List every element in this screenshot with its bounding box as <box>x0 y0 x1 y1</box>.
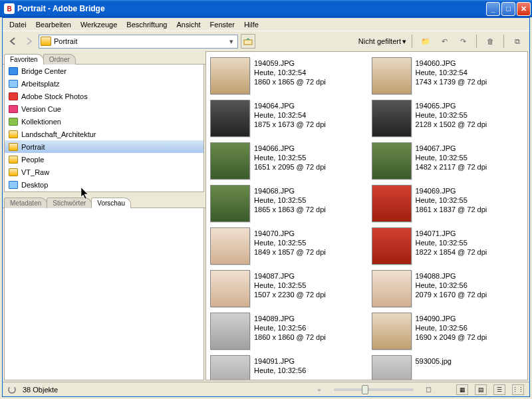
file-item[interactable]: 194088.JPGHeute, 10:32:562079 x 1670 @ 7… <box>370 269 525 309</box>
maximize-button[interactable]: □ <box>501 2 515 16</box>
sidebar-item-bridge-center[interactable]: Bridge Center <box>5 65 203 77</box>
sidebar-item-version-cue[interactable]: Version Cue <box>5 102 203 115</box>
sidebar-item-label: Kollektionen <box>21 118 61 126</box>
view-filmstrip-button[interactable]: ▤ <box>475 384 487 395</box>
path-dropdown-icon[interactable]: ▾ <box>227 37 236 46</box>
minimize-button[interactable]: _ <box>486 2 500 16</box>
menu-ansicht[interactable]: Ansicht <box>173 19 205 30</box>
file-item[interactable]: 194090.JPGHeute, 10:32:561690 x 2049 @ 7… <box>370 311 525 351</box>
view-versions-button[interactable]: ⋮⋮ <box>512 384 524 395</box>
file-item[interactable]: 194087.JPGHeute, 10:32:551507 x 2230 @ 7… <box>209 269 364 309</box>
file-name: 194090.JPG <box>416 314 487 323</box>
file-name: 194065.JPG <box>416 101 487 110</box>
file-date: Heute, 10:32:54 <box>416 68 487 77</box>
file-meta: 194071.JPGHeute, 10:32:551822 x 1854 @ 7… <box>416 227 487 257</box>
file-item[interactable]: 194067.JPGHeute, 10:32:551482 x 2117 @ 7… <box>370 141 525 181</box>
sidebar-item-landschaft-architektur[interactable]: Landschaft_Architektur <box>5 128 203 140</box>
file-name: 194067.JPG <box>416 144 487 153</box>
left-top-tabs: Favoriten Ordner <box>3 51 205 65</box>
delete-button[interactable]: 🗑 <box>483 35 497 48</box>
sidebar-item-desktop[interactable]: Desktop <box>5 178 203 191</box>
rotate-cw-button[interactable]: ↷ <box>456 35 469 48</box>
file-meta: 194064.JPGHeute, 10:32:541875 x 1673 @ 7… <box>254 100 326 129</box>
file-date: Heute, 10:32:56 <box>416 323 487 332</box>
file-item[interactable]: 194089.JPGHeute, 10:32:561860 x 1860 @ 7… <box>209 311 364 351</box>
sidebar-item-portrait[interactable]: Portrait <box>5 140 203 153</box>
filter-label: Nicht gefiltert <box>358 37 401 45</box>
thumbnail[interactable] <box>372 355 412 380</box>
filter-dropdown[interactable]: Nicht gefiltert▾ <box>358 37 406 46</box>
thumbnail[interactable] <box>372 100 412 137</box>
view-details-button[interactable]: ☰ <box>493 384 505 395</box>
thumbnail[interactable] <box>372 313 412 350</box>
file-item[interactable]: 194066.JPGHeute, 10:32:551651 x 2095 @ 7… <box>209 141 364 181</box>
menu-bearbeiten[interactable]: Bearbeiten <box>32 19 75 30</box>
menu-beschriftung[interactable]: Beschriftung <box>122 19 171 30</box>
app-icon <box>9 181 18 189</box>
file-name: 194059.JPG <box>254 59 326 68</box>
menu-werkzeuge[interactable]: Werkzeuge <box>76 19 121 30</box>
thumbnail[interactable] <box>210 57 250 94</box>
file-item[interactable]: 194068.JPGHeute, 10:32:551865 x 1863 @ 7… <box>209 184 364 223</box>
file-item[interactable]: 194065.JPGHeute, 10:32:552128 x 1502 @ 7… <box>370 98 525 138</box>
file-item[interactable]: 194069.JPGHeute, 10:32:551861 x 1837 @ 7… <box>370 184 525 223</box>
sidebar-item-adobe-stock-photos[interactable]: Adobe Stock Photos <box>5 90 203 102</box>
back-button[interactable] <box>7 35 20 48</box>
tab-ordner[interactable]: Ordner <box>43 54 76 65</box>
tab-favoriten[interactable]: Favoriten <box>4 54 44 65</box>
thumbnail[interactable] <box>372 227 412 265</box>
thumbnail[interactable] <box>210 185 250 222</box>
file-item[interactable]: 194060.JPGHeute, 10:32:541743 x 1739 @ 7… <box>370 56 525 96</box>
thumbnail[interactable] <box>210 227 250 265</box>
sidebar-item-kollektionen[interactable]: Kollektionen <box>5 115 203 128</box>
sidebar-item-vt-raw[interactable]: VT_Raw <box>5 166 203 178</box>
tab-metadaten[interactable]: Metadaten <box>4 198 47 208</box>
menu-datei[interactable]: Datei <box>5 19 31 30</box>
sidebar-item-people[interactable]: People <box>5 153 203 166</box>
file-meta: 194088.JPGHeute, 10:32:562079 x 1670 @ 7… <box>416 270 487 299</box>
file-item[interactable]: 194071.JPGHeute, 10:32:551822 x 1854 @ 7… <box>370 226 525 266</box>
thumbnail[interactable] <box>210 313 250 350</box>
menu-fenster[interactable]: Fenster <box>206 19 239 30</box>
file-meta: 194089.JPGHeute, 10:32:561860 x 1860 @ 7… <box>254 313 326 342</box>
file-item[interactable]: 194059.JPGHeute, 10:32:541860 x 1865 @ 7… <box>209 56 364 96</box>
thumb-large-icon[interactable]: ◻ <box>422 383 435 396</box>
thumbnail[interactable] <box>372 270 412 307</box>
file-date: Heute, 10:32:56 <box>254 323 326 332</box>
new-folder-button[interactable]: 📁 <box>419 35 432 48</box>
thumbnail[interactable] <box>372 142 412 180</box>
thumbnail[interactable] <box>210 355 250 380</box>
file-date: Heute, 10:32:55 <box>416 238 487 247</box>
file-item[interactable]: 194091.JPGHeute, 10:32:56 <box>209 354 364 380</box>
file-meta: 194059.JPGHeute, 10:32:541860 x 1865 @ 7… <box>254 57 326 86</box>
thumbnail[interactable] <box>210 270 250 307</box>
app-icon <box>9 92 18 100</box>
file-dimensions: 1860 x 1865 @ 72 dpi <box>254 77 326 86</box>
file-item[interactable]: 593005.jpg <box>370 354 525 380</box>
file-item[interactable]: 194064.JPGHeute, 10:32:541875 x 1673 @ 7… <box>209 98 364 138</box>
rotate-ccw-button[interactable]: ↶ <box>438 35 451 48</box>
sidebar-item-label: People <box>21 156 44 164</box>
thumbnail-size-slider[interactable] <box>334 388 414 391</box>
close-button[interactable]: ✕ <box>517 2 531 16</box>
tab-vorschau[interactable]: Vorschau <box>91 198 131 208</box>
view-thumbnails-button[interactable]: ▦ <box>456 384 468 395</box>
compact-mode-button[interactable]: ⧉ <box>511 35 524 48</box>
sidebar-item-arbeitsplatz[interactable]: Arbeitsplatz <box>5 77 203 90</box>
menu-hilfe[interactable]: Hilfe <box>240 19 263 30</box>
file-dimensions: 2079 x 1670 @ 72 dpi <box>416 290 487 299</box>
thumbnail[interactable] <box>210 142 250 180</box>
thumb-small-icon[interactable]: ▫ <box>313 383 326 396</box>
thumbnail[interactable] <box>210 100 250 137</box>
thumbnail[interactable] <box>372 185 412 222</box>
tab-stichwoerter[interactable]: Stichwörter <box>47 198 92 208</box>
file-name: 194064.JPG <box>254 101 326 110</box>
slider-knob[interactable] <box>362 385 368 394</box>
file-dimensions: 1743 x 1739 @ 72 dpi <box>416 77 487 86</box>
forward-button[interactable] <box>23 35 36 48</box>
thumbnail[interactable] <box>372 57 412 94</box>
file-item[interactable]: 194070.JPGHeute, 10:32:551849 x 1857 @ 7… <box>209 226 364 266</box>
path-box[interactable]: Portrait ▾ <box>39 35 238 49</box>
content-area[interactable]: 194059.JPGHeute, 10:32:541860 x 1865 @ 7… <box>205 51 528 380</box>
up-folder-button[interactable] <box>241 34 255 49</box>
